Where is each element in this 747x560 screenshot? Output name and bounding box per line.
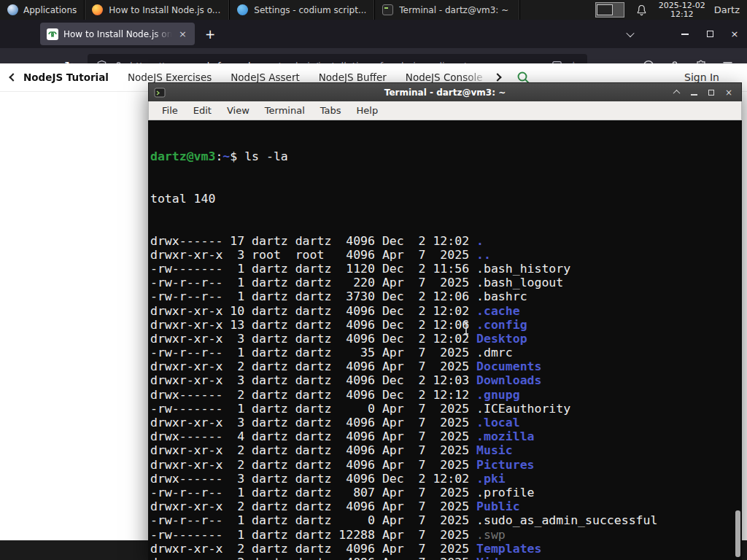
terminal-listing-line: drwxr-xr-x 3 dartz dartz 4096 Dec 2 12:0… <box>150 332 742 346</box>
terminal-app-icon <box>154 87 166 98</box>
taskbar-item[interactable]: How to Install Node.js o... <box>85 0 230 20</box>
top-panel: Applications How to Install Node.js o...… <box>0 0 747 20</box>
prompt-cwd: ~ <box>222 149 230 163</box>
terminal-listing-line: drwxr-xr-x 13 dartz dartz 4096 Dec 2 12:… <box>150 318 742 332</box>
terminal-total-line: total 140 <box>150 192 742 206</box>
notification-bell-icon[interactable] <box>636 4 647 16</box>
browser-maximize-button[interactable] <box>697 20 722 48</box>
terminal-menu-file[interactable]: File <box>162 105 178 116</box>
file-name: .swp <box>476 528 506 542</box>
maximize-icon <box>708 90 714 96</box>
scrollbar-thumb[interactable] <box>735 510 740 557</box>
prompt-separator: : <box>215 149 222 163</box>
site-nav-item[interactable]: NodeJS Console <box>406 71 483 83</box>
taskbar-item-label: How to Install Node.js o... <box>109 5 220 15</box>
file-name: .bashrc <box>476 289 527 303</box>
terminal-listing-line: drwxr-xr-x 10 dartz dartz 4096 Dec 2 12:… <box>150 304 742 318</box>
terminal-listing-line: drwxr-xr-x 2 dartz dartz 4096 Apr 7 2025… <box>150 359 742 373</box>
taskbar-item[interactable]: Settings - codium script... <box>230 0 375 20</box>
terminal-listing-line: drwxr-xr-x 2 dartz dartz 4096 Apr 7 2025… <box>150 458 742 472</box>
directory-name: .pki <box>476 472 506 486</box>
taskbar: How to Install Node.js o...Settings - co… <box>85 0 520 20</box>
applications-label: Applications <box>23 5 77 15</box>
site-nav-item[interactable]: NodeJS Exercises <box>128 71 212 83</box>
terminal-titlebar[interactable]: Terminal - dartz@vm3: ~ × <box>148 82 742 101</box>
prompt-symbol: $ <box>230 149 244 163</box>
file-name: .ICEauthority <box>476 402 570 416</box>
directory-name: Pictures <box>476 458 534 472</box>
minimize-icon <box>691 94 697 96</box>
terminal-scrollbar[interactable] <box>734 120 742 560</box>
chevron-down-icon <box>626 28 634 36</box>
terminal-listing-line: drwx------ 3 dartz dartz 4096 Dec 2 12:0… <box>150 472 742 486</box>
browser-close-button[interactable]: × <box>722 20 747 48</box>
tab-title: How to Install Node.js on <box>63 29 172 39</box>
directory-name: Downloads <box>476 373 541 387</box>
terminal-screen[interactable]: dartz@vm3:~$ ls -la total 140 drwx------… <box>148 120 742 560</box>
terminal-menu-tabs[interactable]: Tabs <box>320 105 341 116</box>
terminal-listing-line: drwx------ 17 dartz dartz 4096 Dec 2 12:… <box>150 234 742 248</box>
terminal-listing-line: drwx------ 4 dartz dartz 4096 Apr 7 2025… <box>150 429 742 443</box>
sign-in-button[interactable]: Sign In <box>684 71 719 83</box>
terminal-prompt-line: dartz@vm3:~$ ls -la <box>150 149 742 163</box>
terminal-window-controls: × <box>669 85 736 100</box>
directory-name: Documents <box>476 359 541 373</box>
maximize-icon <box>707 31 713 37</box>
panel-user-label[interactable]: Dartz <box>714 4 740 15</box>
browser-minimize-button[interactable] <box>673 20 697 48</box>
site-nav-items: NodeJS TutorialNodeJS ExercisesNodeJS As… <box>23 71 490 83</box>
taskbar-item-label: Terminal - dartz@vm3: ~ <box>399 5 508 15</box>
terminal-listing-line: drwx------ 2 dartz dartz 4096 Dec 2 12:1… <box>150 388 742 402</box>
file-name: .bash_logout <box>476 276 563 289</box>
site-favicon <box>47 28 58 40</box>
site-nav-item[interactable]: NodeJS Assert <box>231 71 300 83</box>
file-name: .bash_history <box>476 262 570 276</box>
site-nav-item[interactable]: NodeJS Tutorial <box>23 71 109 83</box>
browser-tab-bar: How to Install Node.js on × + × <box>0 20 747 48</box>
taskbar-item-label: Settings - codium script... <box>254 5 366 15</box>
list-all-tabs-button[interactable] <box>620 24 640 44</box>
terminal-menu-view[interactable]: View <box>227 105 249 116</box>
workspace-pager[interactable] <box>595 2 624 18</box>
directory-name: Music <box>476 443 513 457</box>
terminal-maximize-button[interactable] <box>704 85 719 100</box>
tab-close-button[interactable]: × <box>177 28 188 39</box>
panel-clock[interactable]: 2025-12-02 12:12 <box>659 1 705 19</box>
terminal-menubar: FileEditViewTerminalTabsHelp <box>148 101 742 120</box>
chevron-up-icon <box>673 90 680 97</box>
new-tab-button[interactable]: + <box>199 23 221 45</box>
command-text: ls -la <box>244 149 288 163</box>
applications-menu-button[interactable]: Applications <box>0 0 84 20</box>
terminal-menu-edit[interactable]: Edit <box>193 105 212 116</box>
directory-name: .gnupg <box>476 388 520 402</box>
directory-name: .cache <box>476 304 520 318</box>
terminal-window-title: Terminal - dartz@vm3: ~ <box>149 88 741 98</box>
terminal-output: drwx------ 17 dartz dartz 4096 Dec 2 12:… <box>150 234 742 560</box>
directory-name: Public <box>476 499 520 513</box>
terminal-menu-help[interactable]: Help <box>357 105 379 116</box>
terminal-listing-line: drwxr-xr-x 3 dartz dartz 4096 Apr 7 2025… <box>150 416 742 429</box>
xubuntu-logo-icon <box>7 4 18 15</box>
clock-time: 12:12 <box>659 10 705 19</box>
terminal-window: Terminal - dartz@vm3: ~ × FileEditViewTe… <box>148 82 742 560</box>
shade-button[interactable] <box>669 85 684 100</box>
terminal-menu-terminal[interactable]: Terminal <box>265 105 305 116</box>
terminal-listing-line: -rw-r--r-- 1 dartz dartz 807 Apr 7 2025 … <box>150 486 742 499</box>
terminal-listing-line: -rw-r--r-- 1 dartz dartz 35 Apr 7 2025 .… <box>150 346 742 359</box>
taskbar-item[interactable]: Terminal - dartz@vm3: ~ <box>375 0 520 20</box>
directory-name: . <box>476 234 484 248</box>
directory-name: .config <box>476 318 527 332</box>
file-name: .sudo_as_admin_successful <box>476 513 657 527</box>
terminal-listing-line: drwxr-xr-x 3 dartz dartz 4096 Dec 2 12:0… <box>150 373 742 387</box>
browser-tab[interactable]: How to Install Node.js on × <box>40 23 195 45</box>
terminal-listing-line: drwxr-xr-x 2 dartz dartz 4096 Apr 7 2025… <box>150 443 742 457</box>
terminal-listing-line: drwxr-xr-x 2 dartz dartz 4096 Apr 7 2025… <box>150 542 742 556</box>
terminal-listing-line: -rw-r--r-- 1 dartz dartz 220 Apr 7 2025 … <box>150 276 742 289</box>
terminal-listing-line: -rw------- 1 dartz dartz 1120 Dec 2 11:5… <box>150 262 742 276</box>
terminal-close-button[interactable]: × <box>721 85 736 100</box>
chevron-right-icon[interactable] <box>493 73 501 81</box>
chevron-left-icon[interactable] <box>9 73 17 81</box>
directory-name: .mozilla <box>476 429 534 443</box>
terminal-minimize-button[interactable] <box>686 85 701 100</box>
site-nav-item[interactable]: NodeJS Buffer <box>319 71 387 83</box>
